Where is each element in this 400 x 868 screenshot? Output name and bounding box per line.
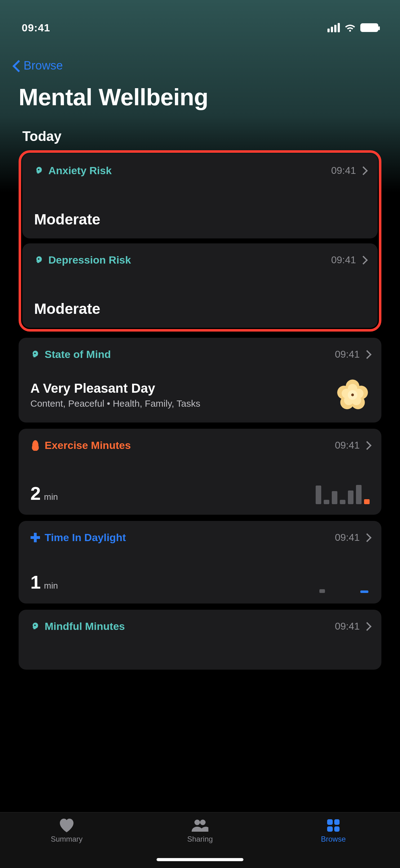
card-title: Depression Risk xyxy=(48,254,131,266)
card-time: 09:41 xyxy=(335,621,360,632)
card-mindful-minutes[interactable]: Mindful Minutes 09:41 xyxy=(19,610,381,670)
tab-label: Summary xyxy=(51,835,83,843)
grid-icon xyxy=(325,819,342,832)
svg-point-13 xyxy=(200,819,206,825)
chevron-right-icon xyxy=(360,256,366,265)
svg-point-11 xyxy=(351,394,354,397)
exercise-bar-chart xyxy=(316,479,370,504)
tab-browse[interactable]: Browse xyxy=(267,819,399,843)
state-subtext: Content, Peaceful • Health, Family, Task… xyxy=(30,398,200,409)
mental-health-icon xyxy=(30,349,40,360)
card-time: 09:41 xyxy=(335,532,360,543)
chevron-right-icon xyxy=(364,533,370,542)
card-state-of-mind[interactable]: State of Mind 09:41 A Very Pleasant Day … xyxy=(19,338,381,423)
home-indicator[interactable] xyxy=(157,858,243,861)
page-title: Mental Wellbeing xyxy=(0,72,400,111)
tab-label: Sharing xyxy=(187,835,213,843)
chevron-right-icon xyxy=(364,350,370,359)
card-time-in-daylight[interactable]: ✚ Time In Daylight 09:41 1 min xyxy=(19,521,381,603)
daylight-value: 1 xyxy=(30,572,41,593)
tab-sharing[interactable]: Sharing xyxy=(134,819,266,843)
plus-icon: ✚ xyxy=(30,533,40,542)
back-label: Browse xyxy=(24,59,63,72)
flame-icon xyxy=(30,440,40,451)
card-exercise-minutes[interactable]: Exercise Minutes 09:41 2 min xyxy=(19,429,381,515)
tab-label: Browse xyxy=(321,835,346,843)
chevron-right-icon xyxy=(360,166,366,175)
card-time: 09:41 xyxy=(335,349,360,360)
mental-health-icon xyxy=(34,255,44,265)
card-title: State of Mind xyxy=(45,348,111,361)
card-time: 09:41 xyxy=(331,165,356,176)
cellular-signal-icon xyxy=(328,23,340,32)
heart-icon xyxy=(58,819,75,832)
card-time: 09:41 xyxy=(331,254,356,266)
highlighted-cards-group: Anxiety Risk 09:41 Moderate Depressio xyxy=(19,150,381,332)
card-value: Moderate xyxy=(34,211,366,228)
card-title: Anxiety Risk xyxy=(48,164,112,177)
card-title: Exercise Minutes xyxy=(45,439,131,452)
exercise-value: 2 xyxy=(30,483,41,504)
status-indicators xyxy=(328,23,378,32)
status-bar: 09:41 xyxy=(0,0,400,40)
exercise-unit: min xyxy=(44,492,58,502)
daylight-bar-chart xyxy=(320,589,370,593)
card-time: 09:41 xyxy=(335,440,360,451)
card-depression-risk[interactable]: Depression Risk 09:41 Moderate xyxy=(22,243,378,328)
state-headline: A Very Pleasant Day xyxy=(30,381,200,396)
chevron-right-icon xyxy=(364,441,370,450)
mental-health-icon xyxy=(30,621,40,631)
mental-health-icon xyxy=(34,166,44,176)
flower-mood-icon xyxy=(335,378,370,412)
daylight-unit: min xyxy=(44,581,58,590)
status-time: 09:41 xyxy=(22,22,50,34)
battery-icon xyxy=(360,23,378,32)
card-title: Time In Daylight xyxy=(45,531,126,544)
svg-point-12 xyxy=(194,819,200,825)
chevron-right-icon xyxy=(364,622,370,631)
card-value: Moderate xyxy=(34,300,366,317)
card-title: Mindful Minutes xyxy=(45,620,125,632)
chevron-left-icon xyxy=(12,59,21,72)
card-anxiety-risk[interactable]: Anxiety Risk 09:41 Moderate xyxy=(22,154,378,239)
section-today-label: Today xyxy=(0,111,400,150)
tab-summary[interactable]: Summary xyxy=(1,819,133,843)
back-button[interactable]: Browse xyxy=(0,40,400,72)
wifi-icon xyxy=(344,23,356,32)
people-icon xyxy=(192,819,208,832)
